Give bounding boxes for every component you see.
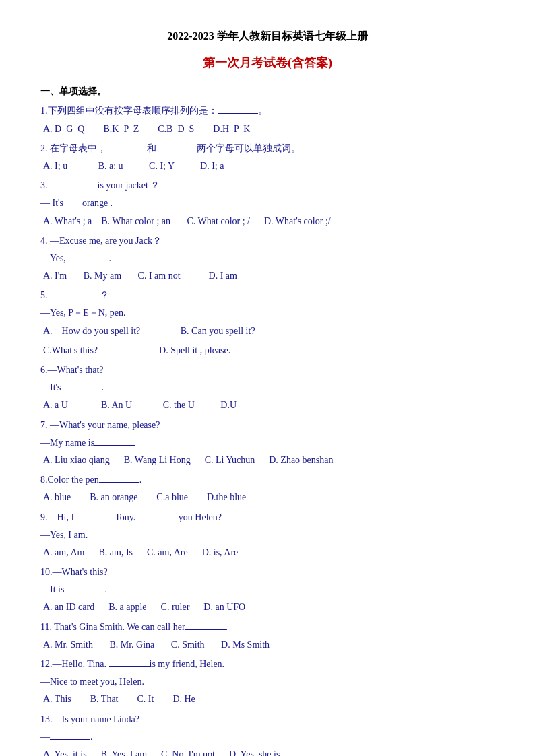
q8-options: A. blue B. an orange C.a blue D.the blue — [40, 489, 495, 506]
question-11: 11. That's Gina Smith. We can call her. … — [40, 619, 495, 653]
section1-header: 一、单项选择。 — [40, 83, 495, 100]
q5-line1: 5. —？ — [40, 287, 495, 304]
question-12: 12.—Hello, Tina. is my friend, Helen. —N… — [40, 656, 495, 708]
q7-line1: 7. —What's your name, please? — [40, 417, 495, 434]
question-4: 4. —Excuse me, are you Jack？ —Yes, . A. … — [40, 232, 495, 285]
q6-line1: 6.—What's that? — [40, 362, 495, 378]
q13-options: A. Yes, it is B. Yes, I am C. No, I'm no… — [40, 746, 495, 756]
q6-options: A. a U B. An U C. the U D.U — [40, 397, 495, 413]
question-13: 13.—Is your name Linda? —. A. Yes, it is… — [40, 711, 495, 756]
question-8: 8.Color the pen. A. blue B. an orange C.… — [40, 471, 495, 506]
question-10: 10.—What's this? —It is. A. an ID card B… — [40, 563, 495, 616]
q9-line1: 9.—Hi, ITony. you Helen? — [40, 509, 495, 526]
question-6: 6.—What's that? —It's. A. a U B. An U C.… — [40, 362, 495, 414]
sub-title: 第一次月考试卷(含答案) — [40, 52, 495, 73]
q8-line1: 8.Color the pen. — [40, 471, 495, 488]
main-title: 2022-2023 学年人教新目标英语七年级上册 — [40, 27, 495, 46]
q7-options: A. Liu xiao qiang B. Wang Li Hong C. Li … — [40, 452, 495, 469]
q1-options: A. D G Q B.K P Z C.B D S D.H P K — [40, 121, 495, 137]
q10-line2: —It is. — [40, 581, 495, 598]
q6-line2: —It's. — [40, 379, 495, 396]
q9-line2: —Yes, I am. — [40, 526, 495, 543]
q10-line1: 10.—What's this? — [40, 563, 495, 580]
q2-text: 2. 在字母表中，和两个字母可以单独成词。 — [40, 140, 495, 157]
q4-line1: 4. —Excuse me, are you Jack？ — [40, 232, 495, 249]
q13-line1: 13.—Is your name Linda? — [40, 711, 495, 728]
q3-line2: — It's orange . — [40, 195, 495, 211]
q10-options: A. an ID card B. a apple C. ruler D. an … — [40, 598, 495, 615]
q5-optCD: C.What's this? D. Spell it , please. — [40, 342, 495, 359]
q9-options: A. am, Am B. am, Is C. am, Are D. is, Ar… — [40, 544, 495, 561]
q1-text: 1.下列四组中没有按字母表顺序排列的是：。 — [40, 102, 495, 119]
q13-line2: —. — [40, 728, 495, 745]
q3-line1: 3.—is your jacket ？ — [40, 177, 495, 194]
q11-options: A. Mr. Smith B. Mr. Gina C. Smith D. Ms … — [40, 636, 495, 653]
question-5: 5. —？ —Yes, P－E－N, pen. A. How do you sp… — [40, 287, 495, 359]
q11-line1: 11. That's Gina Smith. We can call her. — [40, 619, 495, 635]
q5-line2: —Yes, P－E－N, pen. — [40, 304, 495, 321]
q3-options: A. What's ; a B. What color ; an C. What… — [40, 213, 495, 230]
question-7: 7. —What's your name, please? —My name i… — [40, 417, 495, 469]
q4-options: A. I'm B. My am C. I am not D. I am — [40, 267, 495, 284]
q2-options: A. I; u B. a; u C. I; Y D. I; a — [40, 158, 495, 174]
question-2: 2. 在字母表中，和两个字母可以单独成词。 A. I; u B. a; u C.… — [40, 140, 495, 174]
question-1: 1.下列四组中没有按字母表顺序排列的是：。 A. D G Q B.K P Z C… — [40, 102, 495, 137]
q5-optAB: A. How do you spell it? B. Can you spell… — [40, 322, 495, 339]
q4-line2: —Yes, . — [40, 250, 495, 267]
q12-line1: 12.—Hello, Tina. is my friend, Helen. — [40, 656, 495, 673]
page-container: 2022-2023 学年人教新目标英语七年级上册 第一次月考试卷(含答案) 一、… — [40, 27, 495, 756]
q7-line2: —My name is — [40, 434, 495, 451]
q12-line2: —Nice to meet you, Helen. — [40, 673, 495, 690]
question-9: 9.—Hi, ITony. you Helen? —Yes, I am. A. … — [40, 509, 495, 561]
question-3: 3.—is your jacket ？ — It's orange . A. W… — [40, 177, 495, 230]
q12-options: A. This B. That C. It D. He — [40, 691, 495, 708]
